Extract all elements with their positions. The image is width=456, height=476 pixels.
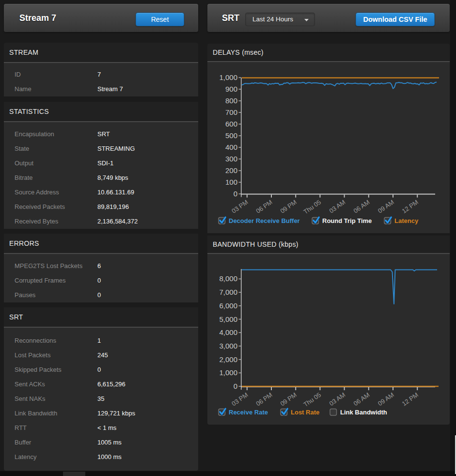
svg-text:09 PM: 09 PM: [279, 198, 298, 215]
svg-text:600: 600: [225, 120, 237, 128]
svg-text:03 PM: 03 PM: [230, 391, 249, 408]
svg-text:06 AM: 06 AM: [352, 198, 371, 214]
svg-text:200: 200: [225, 166, 237, 175]
svg-text:5,000: 5,000: [219, 315, 237, 323]
svg-text:12 PM: 12 PM: [401, 391, 420, 408]
svg-text:1,000: 1,000: [219, 73, 237, 81]
svg-text:300: 300: [225, 155, 237, 163]
svg-text:06 PM: 06 PM: [254, 391, 273, 408]
svg-text:Thu 05: Thu 05: [302, 198, 322, 216]
svg-text:2,000: 2,000: [219, 355, 237, 364]
svg-text:400: 400: [225, 143, 237, 151]
svg-text:500: 500: [225, 131, 237, 140]
svg-text:8,000: 8,000: [219, 274, 237, 283]
svg-text:Thu 05: Thu 05: [302, 391, 322, 409]
svg-text:6,000: 6,000: [219, 301, 237, 310]
svg-text:12 PM: 12 PM: [401, 198, 420, 215]
svg-text:100: 100: [225, 178, 237, 186]
svg-text:700: 700: [225, 108, 237, 116]
svg-text:900: 900: [225, 85, 237, 93]
svg-text:06 PM: 06 PM: [254, 198, 273, 215]
svg-text:03 AM: 03 AM: [328, 391, 347, 407]
svg-text:3,000: 3,000: [219, 342, 237, 350]
svg-text:09 PM: 09 PM: [279, 391, 298, 408]
svg-text:03 PM: 03 PM: [230, 198, 249, 215]
svg-text:03 AM: 03 AM: [328, 198, 347, 214]
svg-text:0: 0: [234, 382, 237, 390]
svg-text:1,000: 1,000: [219, 368, 237, 377]
svg-text:4,000: 4,000: [219, 328, 237, 336]
svg-text:09 AM: 09 AM: [377, 391, 395, 407]
svg-text:09 AM: 09 AM: [377, 198, 395, 214]
svg-text:0: 0: [234, 190, 237, 198]
svg-text:7,000: 7,000: [219, 288, 237, 296]
svg-text:800: 800: [225, 96, 237, 105]
svg-text:06 AM: 06 AM: [352, 391, 371, 407]
